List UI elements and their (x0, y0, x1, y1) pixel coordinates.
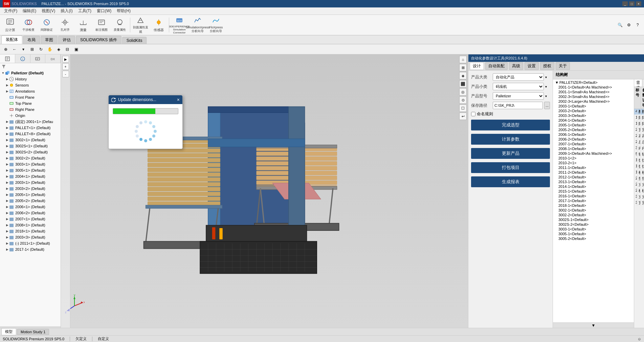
struct-item-28[interactable]: 3002S-1<Default> (554, 217, 633, 222)
tree-item-part-11[interactable]: ▶ 2003<2> (Default) (0, 186, 61, 192)
tree-item-right-plane[interactable]: ▶ Right Plane (0, 106, 61, 113)
rpanel-tab-auth[interactable]: 授权 (540, 62, 554, 70)
close-button[interactable]: × (636, 1, 641, 6)
struct-item-17[interactable]: 2011-1<Default> (554, 165, 633, 170)
tree-item-top-plane[interactable]: ▶ Top Plane (0, 100, 61, 106)
tree-item-part-18[interactable]: ▶ 2018<1> (Default) (0, 228, 61, 234)
struct-item-15[interactable]: 2010-1<2> (554, 156, 633, 161)
tree-item-history[interactable]: ▶ History (0, 76, 61, 82)
struct-item-32[interactable]: 3005-2<Default> (554, 236, 633, 241)
struct-item-23[interactable]: 2016-1<Default> (554, 194, 633, 198)
cmd-icon-pan[interactable]: ✋ (46, 46, 53, 53)
product-subcategory-select[interactable]: 码垛机 (493, 83, 544, 90)
struct-item-19[interactable]: 2012-1<Default> (554, 175, 633, 179)
toolbar-btn-mass[interactable]: 质量属性 (111, 16, 129, 34)
naming-rule-checkbox[interactable] (471, 112, 475, 116)
param-row-3[interactable]: 21.1 宽度 宽度@3DSket (634, 127, 644, 133)
tree-item-origin[interactable]: ▶ Origin (0, 113, 61, 119)
param-row-14[interactable]: 339.24 支架宽 支架宽@... (634, 194, 644, 200)
rpanel-tab-about[interactable]: 关于 (556, 62, 570, 70)
tree-item-part-7[interactable]: ▶ 3003<1> (Default) (0, 161, 61, 167)
panel-tab-config[interactable] (30, 54, 46, 63)
struct-item-2[interactable]: 2002-3<Small<As Machined>> (554, 94, 633, 99)
tree-root[interactable]: ▼ Palletizer (Default) (0, 70, 61, 76)
struct-item-1[interactable]: 2001-1<Small<As Machined>> (554, 90, 633, 94)
struct-item-13[interactable]: 2008-1<Default> (554, 146, 633, 151)
tab-evaluate[interactable]: 评估 (58, 36, 75, 44)
rpanel-tab-settings[interactable]: 设置 (525, 62, 539, 70)
browse-button[interactable]: ... (544, 102, 550, 109)
tree-item-annotations[interactable]: ▶ Annotations (0, 88, 61, 94)
struct-item-14[interactable]: 2009-1<Default<As Machined>> (554, 151, 633, 156)
param-row-9[interactable]: 130.4 护栏长 护栏长@Sket (634, 164, 644, 170)
panel-tab-property[interactable]: i (15, 54, 30, 63)
param-row-13[interactable]: 297.20 机柜宽 机柜宽@... (634, 188, 644, 194)
param-row-0[interactable]: 4.0 配合距离 配合距离@... (634, 109, 644, 115)
tree-item-part-12[interactable]: ▶ 2005<1> (Default) (0, 192, 61, 198)
viewport[interactable]: x y z ⌂ ⊞ ◈ ⬛ (61, 54, 468, 328)
minimize-button[interactable]: _ (622, 1, 628, 6)
vp-btn-lighting[interactable]: ⊙ (459, 96, 467, 104)
cmd-icon-filter[interactable]: ▾ (20, 46, 27, 53)
struct-root[interactable]: ▼ PALLETIZER<Default> (554, 80, 633, 85)
bottom-tab-model[interactable]: 模型 (1, 328, 16, 335)
vp-left-btn-3[interactable]: - (62, 71, 69, 77)
menu-tools[interactable]: 工具(T) (75, 7, 94, 15)
struct-item-20[interactable]: 2013-1<Default> (554, 179, 633, 184)
tree-item-part-13[interactable]: ▶ 2005<2> (Default) (0, 198, 61, 204)
vp-btn-zoom-fit[interactable]: ⊞ (459, 64, 467, 71)
tree-item-front-plane[interactable]: ▶ Front Plane (0, 94, 61, 100)
tree-item-part-10[interactable]: ▶ 2003<1> (Default) (0, 179, 61, 186)
vp-btn-rotate[interactable]: ↩ (459, 113, 467, 120)
struct-scroll-down[interactable]: ▼ (553, 322, 634, 328)
vp-btn-perspective[interactable]: ◎ (459, 88, 467, 96)
param-row-7[interactable]: 52.1 轨道宽 轨道宽@3ISk (634, 151, 644, 157)
vp-btn-appearance[interactable]: ☐ (459, 104, 467, 112)
tree-item-part-3[interactable]: ▶ 3002<1> (Default) (0, 137, 61, 143)
toolbar-btn-interference[interactable]: 干涉检查 (20, 16, 37, 34)
toolbar-btn-sim[interactable]: SimulationXpress 分析向导 (189, 16, 206, 34)
struct-item-8[interactable]: 2005-1<Default> (554, 123, 633, 127)
struct-item-21[interactable]: 2014-1<Default> (554, 184, 633, 189)
struct-item-27[interactable]: 3002-2<Default> (554, 213, 633, 217)
toolbar-btn-section[interactable]: 剖面属性直观 (132, 16, 149, 34)
struct-item-16[interactable]: 2010-2<1> (554, 161, 633, 165)
maximize-button[interactable]: □ (629, 1, 635, 6)
struct-item-9[interactable]: 2005-2<Default> (554, 127, 633, 132)
toolbar-btn-flo[interactable]: FloXpress 分析向导 (207, 16, 225, 34)
param-row-12[interactable]: 223.15 支板宽 支板宽@Sket (634, 182, 644, 188)
tree-item-part-1[interactable]: ▶ PALLET<1> (Default) (0, 125, 61, 131)
param-row-10[interactable]: 180.8 横梁长 横梁长@Bas (634, 170, 644, 176)
toolbar-btn-compute[interactable]: 云计算 (1, 16, 19, 34)
struct-item-31[interactable]: 3005-1<Default> (554, 231, 633, 236)
package-project-button[interactable]: 打包项目 (471, 162, 550, 173)
struct-item-5[interactable]: 2003-2<Default> (554, 108, 633, 113)
menu-window[interactable]: 窗口(W) (94, 7, 114, 15)
struct-item-6[interactable]: 2003-3<Default> (554, 113, 633, 118)
tab-layout[interactable]: 布局 (23, 36, 40, 44)
menu-view[interactable]: 视图(V) (39, 7, 58, 15)
param-row-15[interactable]: 365.25 宽度 宽度@Boss-B... (634, 200, 644, 206)
struct-item-25[interactable]: 2018-1<Default> (554, 203, 633, 208)
tree-item-part-8[interactable]: ▶ 3005<1> (Default) (0, 167, 61, 173)
param-row-5[interactable]: 23.1 总宽 总宽@3DSket (634, 139, 644, 145)
struct-item-18[interactable]: 2011-2<Default> (554, 170, 633, 175)
rpanel-tab-design[interactable]: 设计 (470, 62, 484, 70)
rpanel-tab-advanced[interactable]: 高级 (509, 62, 523, 70)
settings-icon[interactable]: ⚙ (625, 21, 632, 29)
tab-sketch[interactable]: 草图 (41, 36, 58, 44)
struct-item-3[interactable]: 2002-3<Large<As Machined>> (554, 99, 633, 104)
cmd-icon-section[interactable]: ⊟ (64, 46, 71, 53)
param-tab-selection[interactable]: 需求选型 (634, 79, 642, 87)
tree-item-part-4[interactable]: ▶ 3002S<1> (Default) (0, 143, 61, 149)
search-icon[interactable]: 🔍 (616, 21, 624, 29)
cmd-icon-home[interactable]: ⊕ (2, 46, 9, 53)
struct-item-11[interactable]: 2006-2<Default> (554, 137, 633, 142)
toolbar-btn-sensor[interactable]: 传感器 (150, 16, 168, 34)
struct-item-29[interactable]: 3002S-2<Default> (554, 222, 633, 227)
toolbar-btn-measure[interactable]: 测量 (74, 16, 92, 34)
tab-assembly[interactable]: 装配体 (1, 35, 22, 44)
cmd-icon-display[interactable]: ▣ (72, 46, 80, 53)
struct-item-24[interactable]: 2017-1<Default> (554, 198, 633, 203)
calc-params-button[interactable]: 计算参数 (471, 134, 550, 145)
